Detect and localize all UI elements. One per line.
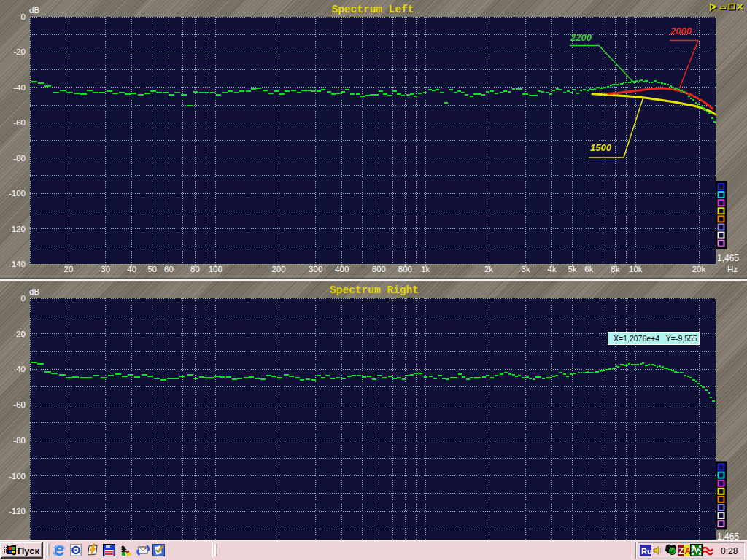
- svg-text:dB: dB: [29, 287, 39, 296]
- svg-text:0:28: 0:28: [721, 546, 738, 556]
- svg-text:-120: -120: [9, 507, 26, 516]
- svg-text:1k: 1k: [421, 265, 430, 273]
- svg-text:1,465: 1,465: [717, 253, 739, 263]
- svg-text:60: 60: [164, 265, 174, 273]
- svg-text:50: 50: [147, 265, 157, 273]
- svg-text:6k: 6k: [584, 265, 593, 273]
- svg-text:X=1,2076e+4 Y=-9,555: X=1,2076e+4 Y=-9,555: [614, 334, 697, 343]
- svg-text:0: 0: [21, 12, 26, 21]
- svg-text:0: 0: [21, 294, 26, 303]
- svg-text:2k: 2k: [484, 265, 493, 273]
- svg-text:200: 200: [271, 265, 285, 273]
- svg-text:dB: dB: [29, 6, 39, 15]
- svg-text:-120: -120: [9, 225, 26, 233]
- svg-text:2200: 2200: [570, 32, 592, 43]
- svg-text:-100: -100: [9, 472, 26, 481]
- svg-text:30: 30: [101, 265, 110, 273]
- svg-text:800: 800: [398, 265, 412, 273]
- svg-text:3k: 3k: [522, 265, 530, 273]
- svg-text:Пуск: Пуск: [18, 545, 39, 556]
- svg-text:Spectrum Left: Spectrum Left: [331, 4, 414, 15]
- svg-text:-140: -140: [9, 260, 26, 268]
- svg-text:Hz: Hz: [727, 265, 738, 273]
- svg-text:5k: 5k: [568, 265, 577, 273]
- svg-text:Ru: Ru: [641, 547, 652, 556]
- svg-text:-60: -60: [13, 118, 26, 127]
- svg-text:300: 300: [309, 265, 322, 273]
- svg-text:-60: -60: [13, 400, 26, 409]
- svg-text:Z: Z: [678, 546, 684, 556]
- svg-text:80: 80: [190, 265, 200, 273]
- svg-text:20k: 20k: [692, 265, 706, 273]
- svg-text:-80: -80: [13, 436, 26, 445]
- svg-text:600: 600: [372, 265, 386, 273]
- svg-text:-20: -20: [13, 330, 26, 338]
- svg-text:Spectrum Right: Spectrum Right: [330, 284, 419, 296]
- svg-text:-100: -100: [9, 189, 26, 198]
- svg-text:100: 100: [209, 265, 222, 273]
- svg-text:1500: 1500: [590, 142, 612, 153]
- svg-text:2000: 2000: [670, 26, 692, 36]
- svg-text:4k: 4k: [548, 265, 557, 273]
- svg-text:400: 400: [335, 265, 349, 273]
- svg-text:40: 40: [127, 265, 136, 273]
- svg-text:-20: -20: [13, 47, 26, 56]
- svg-text:-40: -40: [13, 365, 26, 373]
- svg-text:8k: 8k: [611, 265, 619, 273]
- svg-text:-80: -80: [13, 154, 26, 163]
- svg-text:20: 20: [64, 265, 74, 273]
- svg-text:-40: -40: [13, 83, 26, 92]
- svg-text:10k: 10k: [629, 265, 643, 273]
